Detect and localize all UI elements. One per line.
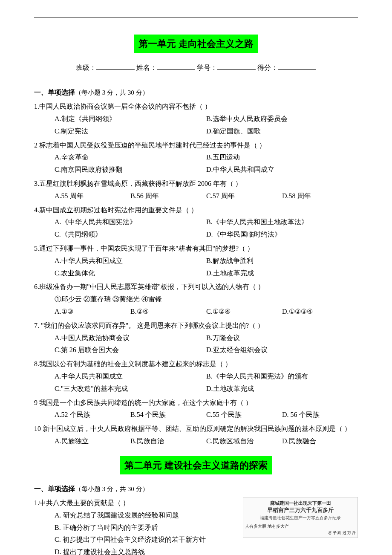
option: C.《共同纲领》 <box>55 228 206 241</box>
question: 6.班级准备办一期"中国人民志愿军英雄谱"板报，下列可以入选的人物有（ ）①邱少… <box>34 281 358 318</box>
option: A.辛亥革命 <box>55 151 206 164</box>
option: B.选举中央人民政府委员会 <box>206 113 358 125</box>
fig-sep <box>245 522 356 522</box>
question-stem: 2 标志着中国人民受奴役受压迫的半殖民地半封建时代已经过去的事件是（ ） <box>34 139 358 152</box>
option: D.亚太经合组织会议 <box>206 344 358 356</box>
question-stem: 7. "我们的会议应该求同而存异"。 这是周恩来在下列哪次会议上提出的?（ ） <box>34 320 358 332</box>
option: A.52 个民族 <box>55 409 130 421</box>
option: B.民族自治 <box>130 435 206 448</box>
unit2-section-a-note: （每小题 3 分，共 30 分） <box>75 486 149 492</box>
unit1-section-a-note: （每小题 3 分，共 30 分） <box>75 89 149 96</box>
option: A.《中华人民共和国宪法》 <box>55 216 206 228</box>
option: A.中华人民共和国成立 <box>55 370 206 383</box>
question: 9 我国是一个由多民族共同缔造的统一的大家庭，在这个大家庭中有（ ）A.52 个… <box>34 397 358 422</box>
option: C.55 个民族 <box>206 409 282 421</box>
question-stem: 9 我国是一个由多民族共同缔造的统一的大家庭，在这个大家庭中有（ ） <box>34 397 358 409</box>
option: C.民族区域自治 <box>206 435 282 448</box>
option: D.①②③④ <box>282 306 358 318</box>
unit2-title-wrap: 第二单元 建设社会主义道路的探索 <box>34 456 358 475</box>
label-name: 姓名： <box>136 64 157 71</box>
question: 8.我国以公有制为基础的社会主义制度基本建立起来的标志是（ ）A.中华人民共和国… <box>34 358 358 395</box>
option: C.农业集体化 <box>55 267 206 280</box>
option: B.万隆会议 <box>206 332 358 344</box>
question: 5.通过下列哪一事件，中国农民实现了千百年来"耕者有其田"的梦想?（ ）A.中华… <box>34 243 358 279</box>
question: 4.新中国成立初期起过临时宪法作用的重要文件是（ ）A.《中华人民共和国宪法》B… <box>34 204 358 241</box>
unit2-body: 麻城建国一社出现天下第一田 早稻亩产三万六千九百多斤 福建海星社创花生亩产一万零… <box>34 495 358 555</box>
unit2-section-a: 一、单项选择 <box>34 485 75 492</box>
question-options: A.《中华人民共和国宪法》B.《中华人民共和国土地改革法》C.《共同纲领》D.《… <box>34 216 358 241</box>
unit2-title: 第二单元 建设社会主义道路的探索 <box>120 456 272 475</box>
option: D.土地改革完成 <box>206 267 358 280</box>
question-options: A.中华人民共和国成立B.解放战争胜利C.农业集体化D.土地改革完成 <box>34 255 358 280</box>
option: B.五四运动 <box>206 151 358 164</box>
question-options: A.制定《共同纲领》B.选举中央人民政府委员会C.制定宪法D.确定国旗、国歌 <box>34 113 358 138</box>
option: A.民族独立 <box>55 435 130 448</box>
fig-line2: 早稻亩产三万六千九百多斤 <box>245 507 356 514</box>
option: C.57 周年 <box>206 190 282 202</box>
question: 10 新中国成立后，中央人民政府根据平等、团结、互助的原则确定的解决我国民族问题… <box>34 423 358 448</box>
blank-score[interactable] <box>278 63 316 70</box>
option: B.《中华人民共和国土地改革法》 <box>206 216 358 228</box>
question-options: A.辛亥革命B.五四运动C.南京国民政府被推翻D.中华人民共和国成立 <box>34 151 358 176</box>
question-stem: 4.新中国成立初期起过临时宪法作用的重要文件是（ ） <box>34 204 358 217</box>
option: D.确定国旗、国歌 <box>206 125 358 138</box>
blank-name[interactable] <box>157 63 195 70</box>
question: 1.中国人民政治协商会议第一届全体会议的内容不包括（ ）A.制定《共同纲领》B.… <box>34 101 358 137</box>
question-options: A.52 个民族B.54 个民族C.55 个民族D. 56 个民族 <box>34 409 358 421</box>
option: D.中华人民共和国成立 <box>206 164 358 176</box>
question-options: A.55 周年B.56 周年C.57 周年D.58 周年 <box>34 190 358 202</box>
question-options: A.民族独立B.民族自治C.民族区域自治D.民族融合 <box>34 435 358 448</box>
option: D.民族融合 <box>282 435 358 448</box>
option: D.58 周年 <box>282 190 358 202</box>
fig-side: 谷 子 跃 过 万 斤 <box>245 531 356 536</box>
fig-line1: 麻城建国一社出现天下第一田 <box>245 500 356 506</box>
option: D.《中华民国临时约法》 <box>206 228 358 241</box>
option: C.第 26 届联合国大会 <box>55 344 206 356</box>
option: A.中华人民共和国成立 <box>55 255 206 267</box>
option: B.54 个民族 <box>130 409 206 421</box>
unit1-section-header: 一、单项选择（每小题 3 分，共 30 分） <box>34 87 358 99</box>
question-options: A.①③B.②④C.①②④D.①②③④ <box>34 306 358 318</box>
option: C.制定宪法 <box>55 125 206 138</box>
question-stem: 10 新中国成立后，中央人民政府根据平等、团结、互助的原则确定的解决我国民族问题… <box>34 423 358 435</box>
option: D. 提出了建设社会主义总路线 <box>55 546 358 555</box>
fig-line4: 人有多大胆 地有多大产 <box>245 523 356 529</box>
label-score: 得分： <box>257 64 278 71</box>
blank-class[interactable] <box>96 63 135 70</box>
fig-line3: 福建海星社创花生亩产一万零五百多斤纪录 <box>245 515 356 520</box>
option: B.解放战争胜利 <box>206 255 358 267</box>
top-divider <box>34 17 358 17</box>
option: A.制定《共同纲领》 <box>55 113 206 125</box>
unit1-questions: 1.中国人民政治协商会议第一届全体会议的内容不包括（ ）A.制定《共同纲领》B.… <box>34 101 358 448</box>
option: A.55 周年 <box>55 190 130 202</box>
unit2-section-header: 一、单项选择（每小题 3 分，共 30 分） <box>34 483 358 495</box>
option: C.南京国民政府被推翻 <box>55 164 206 176</box>
question-stem: 5.通过下列哪一事件，中国农民实现了千百年来"耕者有其田"的梦想?（ ） <box>34 243 358 255</box>
option: D. 56 个民族 <box>282 409 358 421</box>
info-line: 班级： 姓名： 学号： 得分： <box>34 62 358 74</box>
question-stem: 6.班级准备办一期"中国人民志愿军英雄谱"板报，下列可以入选的人物有（ ） <box>34 281 358 293</box>
unit1-title: 第一单元 走向社会主义之路 <box>134 35 258 53</box>
question-stem: 3.五星红旗胜利飘扬在雪域高原，西藏获得和平解放距 2006 年有（ ） <box>34 178 358 190</box>
question: 7. "我们的会议应该求同而存异"。 这是周恩来在下列哪次会议上提出的?（ ）A… <box>34 320 358 356</box>
blank-id[interactable] <box>217 63 256 70</box>
option: C."三大改造"的基本完成 <box>55 383 206 395</box>
option: C.①②④ <box>206 306 282 318</box>
unit1-section-a: 一、单项选择 <box>34 89 75 96</box>
fig-line5: 谷 子 跃 过 万 斤 <box>328 531 356 536</box>
question-options: A.中国人民政治协商会议B.万隆会议C.第 26 届联合国大会D.亚太经合组织会… <box>34 332 358 357</box>
question-stem: 1.中国人民政治协商会议第一届全体会议的内容不包括（ ） <box>34 101 358 113</box>
option: B.②④ <box>130 306 206 318</box>
label-class: 班级： <box>76 64 96 71</box>
option: A.①③ <box>55 306 130 318</box>
question-options: A.中华人民共和国成立B.《中华人民共和国宪法》的颁布C."三大改造"的基本完成… <box>34 370 358 395</box>
unit1-title-wrap: 第一单元 走向社会主义之路 <box>34 35 358 53</box>
question: 3.五星红旗胜利飘扬在雪域高原，西藏获得和平解放距 2006 年有（ ）A.55… <box>34 178 358 202</box>
option: B.56 周年 <box>130 190 206 202</box>
label-id: 学号： <box>197 64 217 71</box>
option: B.《中华人民共和国宪法》的颁布 <box>206 370 358 383</box>
option: A.中国人民政治协商会议 <box>55 332 206 344</box>
question: 2 标志着中国人民受奴役受压迫的半殖民地半封建时代已经过去的事件是（ ）A.辛亥… <box>34 139 358 176</box>
figure-1-newspaper: 麻城建国一社出现天下第一田 早稻亩产三万六千九百多斤 福建海星社创花生亩产一万零… <box>243 497 358 538</box>
question-sub: ①邱少云 ②董存瑞 ③黄继光 ④雷锋 <box>34 293 358 306</box>
